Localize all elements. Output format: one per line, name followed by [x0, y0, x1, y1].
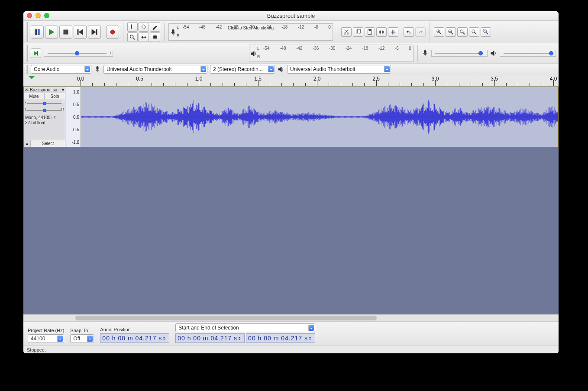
track-name[interactable]: Buzzsprout sa	[29, 87, 61, 92]
zoom-tool[interactable]	[127, 32, 138, 42]
zoom-in-button[interactable]	[434, 27, 444, 37]
zoom-toggle-button[interactable]	[481, 27, 491, 37]
fit-selection-button[interactable]	[457, 27, 468, 37]
selection-toolbar: Project Rate (Hz) 44100 Snap-To Off Audi…	[23, 321, 559, 346]
audio-position-label: Audio Position	[100, 327, 169, 332]
svg-rect-7	[96, 29, 97, 35]
status-bar: Stopped.	[23, 346, 559, 353]
waveform-canvas[interactable]	[81, 87, 558, 147]
zoom-out-button[interactable]	[446, 27, 456, 37]
recording-channels-select[interactable]: 2 (Stereo) Recordin...	[210, 65, 275, 74]
svg-point-43	[460, 30, 463, 33]
close-icon[interactable]	[27, 13, 32, 18]
track-menu-button[interactable]: ▾	[61, 87, 65, 92]
redo-button[interactable]	[415, 27, 426, 37]
app-window: Buzzsprout sample	[23, 11, 559, 353]
svg-marker-2	[49, 29, 54, 35]
solo-button[interactable]: Solo	[45, 93, 65, 100]
tracks-area: ✕ Buzzsprout sa ▾ Mute Solo - + L R	[23, 87, 559, 314]
play-speed-slider[interactable]: −+	[44, 50, 113, 57]
rec-meter-hint[interactable]: Click to Start Monitoring	[228, 26, 274, 30]
device-toolbar: Core Audio Universal Audio Thunderbolt 2…	[23, 64, 559, 75]
svg-line-21	[345, 30, 348, 33]
svg-marker-34	[407, 31, 408, 33]
playback-device-select[interactable]: Universal Audio Thunderbolt	[287, 65, 391, 74]
track-control-panel[interactable]: ✕ Buzzsprout sa ▾ Mute Solo - + L R	[24, 87, 65, 147]
skip-end-button[interactable]	[88, 26, 101, 39]
audio-host-select[interactable]: Core Audio	[31, 65, 91, 74]
recording-volume-slider[interactable]	[431, 50, 488, 57]
tools-grid: I ✱	[127, 22, 160, 42]
snap-to-select[interactable]: Off	[70, 334, 94, 343]
selection-end-field[interactable]: 00 h 00 m 04.217 s	[246, 333, 315, 343]
waveform-icon	[81, 87, 558, 147]
play-button[interactable]	[45, 26, 58, 39]
project-rate-label: Project Rate (Hz)	[28, 328, 64, 333]
playhead-marker-icon[interactable]	[29, 76, 35, 82]
copy-button[interactable]	[353, 27, 363, 37]
status-text: Stopped.	[27, 347, 46, 352]
svg-rect-28	[383, 31, 384, 33]
cut-button[interactable]	[341, 27, 352, 37]
track-close-button[interactable]: ✕	[24, 87, 29, 92]
collapse-button[interactable]: ▲	[24, 140, 31, 147]
playback-meter[interactable]: L R -54-48-42-36-30-24-18-12-60	[249, 45, 414, 62]
timeshift-tool[interactable]	[139, 32, 149, 42]
paste-button[interactable]	[365, 27, 375, 37]
edit-toolbar	[341, 27, 426, 37]
scrollbar-thumb[interactable]	[75, 316, 377, 320]
toolbar-grip[interactable]	[26, 65, 28, 74]
toolbar-grip[interactable]	[26, 22, 28, 42]
audio-position-field[interactable]: 00 h 00 m 04.217 s	[100, 333, 169, 343]
undo-button[interactable]	[404, 27, 414, 37]
zoom-toolbar	[434, 27, 491, 37]
selection-mode-select[interactable]: Start and End of Selection	[175, 323, 315, 332]
svg-text:I: I	[131, 24, 132, 30]
pause-button[interactable]	[31, 26, 44, 39]
speaker-icon	[278, 66, 284, 73]
svg-rect-0	[35, 29, 37, 35]
selection-tool[interactable]: I	[127, 22, 138, 32]
svg-marker-15	[145, 36, 146, 38]
trim-button[interactable]	[376, 27, 387, 37]
envelope-tool[interactable]	[139, 22, 149, 32]
zoom-icon[interactable]	[44, 13, 49, 18]
silence-button[interactable]	[388, 27, 398, 37]
track-format-info: Mono, 44100Hz 32-bit float	[24, 114, 65, 126]
pan-slider[interactable]: L R	[24, 107, 65, 114]
titlebar[interactable]: Buzzsprout sample	[23, 11, 559, 21]
fit-project-button[interactable]	[469, 27, 479, 37]
project-rate-select[interactable]: 44100	[28, 334, 64, 343]
tracks-empty-area[interactable]	[23, 147, 559, 314]
playback-volume-slider[interactable]	[500, 50, 556, 57]
selection-start-field[interactable]: 00 h 00 m 04.217 s	[175, 333, 245, 343]
svg-rect-4	[78, 29, 78, 35]
draw-tool[interactable]	[150, 22, 160, 32]
mic-icon	[422, 50, 429, 57]
record-button[interactable]	[106, 26, 119, 39]
svg-rect-53	[424, 50, 426, 54]
play-at-speed-button[interactable]	[31, 48, 41, 58]
vertical-scale[interactable]: 1.0 0.5 0.0 -0.5 -1.0	[65, 87, 81, 147]
timeline-ruler[interactable]: 0.00.51.01.52.02.53.03.54.0	[23, 75, 559, 87]
svg-line-41	[451, 32, 453, 34]
svg-rect-27	[379, 31, 381, 33]
svg-point-8	[110, 30, 115, 34]
stop-button[interactable]	[59, 26, 72, 39]
minimize-icon[interactable]	[36, 13, 41, 18]
recording-meter[interactable]: L R -54-48-42-36-30-24-18-12-60 Click to…	[168, 23, 333, 41]
toolbar-grip[interactable]	[26, 45, 28, 62]
track-select-button[interactable]: Select	[31, 140, 65, 147]
svg-line-12	[133, 38, 135, 39]
window-title: Buzzsprout sample	[267, 13, 315, 19]
skip-start-button[interactable]	[74, 26, 87, 39]
svg-rect-1	[38, 29, 40, 35]
recording-device-select[interactable]: Universal Audio Thunderbolt	[103, 65, 207, 74]
horizontal-scrollbar[interactable]	[23, 314, 559, 321]
mute-button[interactable]: Mute	[24, 93, 45, 100]
speaker-icon	[490, 50, 497, 57]
multi-tool[interactable]: ✱	[150, 32, 160, 42]
gain-slider[interactable]: - +	[24, 100, 65, 107]
mic-icon	[170, 29, 177, 36]
snap-to-label: Snap-To	[70, 328, 94, 333]
